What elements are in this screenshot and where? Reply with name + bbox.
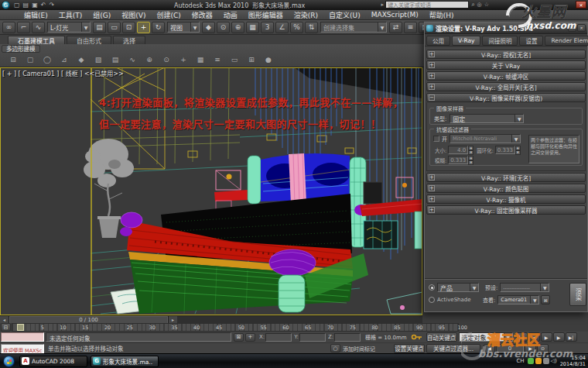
infocenter-search-input[interactable] [385, 1, 469, 9]
ribbon-icon[interactable]: ⊞ [244, 53, 259, 66]
named-selection-sets-dropdown[interactable]: 创建选择集▼ [320, 22, 387, 33]
toolbar-icon[interactable]: ↻ [152, 22, 165, 33]
ribbon-icon[interactable]: ⊿ [56, 53, 72, 66]
transport-button[interactable]: ◀ [528, 332, 540, 342]
expand-icon[interactable]: + [429, 207, 435, 213]
tray-icon[interactable] [528, 358, 534, 364]
y-coordinate-field[interactable] [299, 333, 326, 342]
ribbon-panel-label[interactable]: 多边形建模 [2, 45, 40, 53]
expand-icon[interactable]: + [429, 73, 435, 79]
menu-item[interactable]: 自定义(U) [323, 10, 366, 20]
toolbar-icon[interactable]: ⊕ [231, 22, 244, 33]
x-coordinate-field[interactable] [265, 333, 292, 342]
auto-key-button[interactable]: 自动关键点 [426, 332, 457, 342]
toolbar-icon[interactable]: ▦ [246, 22, 259, 33]
expand-icon[interactable]: + [429, 51, 435, 57]
previous-frame-button[interactable]: ◀ [484, 344, 495, 353]
current-frame-field[interactable]: 0 [496, 344, 524, 353]
selection-set-dropdown[interactable]: 选定对象▼ [459, 332, 513, 342]
menu-item[interactable]: 视图(V) [116, 10, 151, 20]
expand-icon[interactable]: + [429, 84, 435, 90]
rollout-header[interactable]: +V-Ray:: 固定图像采样器 [426, 205, 586, 215]
transport-button[interactable]: |◀ [516, 332, 528, 342]
toolbar-icon[interactable]: ≡ [404, 22, 417, 33]
collapse-icon[interactable]: − [429, 95, 435, 101]
ribbon-icon[interactable]: ● [261, 53, 276, 66]
search-flyout-icon[interactable]: ▸ [381, 2, 385, 8]
transport-button[interactable]: ▶| [566, 332, 577, 342]
toolbar-icon[interactable]: ◆ [202, 22, 215, 33]
dialog-tab[interactable]: Render Elements [545, 36, 588, 46]
quick-access-icon[interactable]: ↶ [41, 2, 46, 9]
toolbar-icon[interactable]: 3 [261, 22, 274, 33]
transport-button[interactable]: ▶ [553, 332, 565, 342]
ribbon-icon[interactable]: ≡ [210, 53, 225, 66]
menu-item[interactable]: MAXScript(M) [366, 10, 424, 20]
quick-access-icon[interactable]: ▤ [23, 2, 29, 9]
window-close-button[interactable]: ✕ [576, 1, 586, 9]
tray-clock[interactable]: 15:04 2014/8/31 [560, 355, 586, 367]
ribbon-icon[interactable]: ⊙ [159, 53, 174, 66]
ribbon-icon[interactable]: ⊕ [142, 53, 157, 66]
dialog-tab[interactable]: V-Ray [452, 36, 480, 46]
rollout-header[interactable]: +关于 VRay [426, 60, 586, 70]
rollout-header[interactable]: +V-Ray:: 帧缓冲区 [426, 71, 586, 81]
tray-icon[interactable] [535, 358, 542, 364]
z-coordinate-field[interactable] [334, 333, 361, 342]
production-radio[interactable] [429, 284, 435, 291]
absolute-offset-toggle-icon[interactable]: + [245, 333, 255, 342]
dialog-tab[interactable]: 公用 [426, 36, 450, 46]
menu-item[interactable]: 帮助(H) [424, 10, 460, 20]
menu-item[interactable]: 组(G) [87, 10, 116, 20]
volume-icon[interactable]: ◁) [551, 358, 557, 364]
viewport-label[interactable]: [ + ] [ Camera01 ] [ 线框 ] <<已禁用>> [2, 69, 124, 77]
dialog-minimize-button[interactable]: — [568, 24, 576, 32]
toolbar-icon[interactable]: ⇄ [389, 22, 402, 33]
rollout-header[interactable]: +V-Ray:: 授权[无名] [426, 50, 586, 59]
taskbar-button-3dsmax[interactable]: G 形象大床场景.ma.. [91, 356, 159, 367]
toolbar-icon[interactable]: ⇅ [305, 22, 318, 33]
communication-center-icon[interactable]: ◎ [477, 2, 482, 8]
filter-size-spinner[interactable]: 4.0▲▼ [448, 146, 473, 154]
macro-recorder-field[interactable] [1, 332, 44, 342]
open-mini-trackview-icon[interactable]: ⊟ [1, 323, 11, 332]
time-tag-icon[interactable]: ○ [330, 344, 340, 353]
menu-item[interactable]: 动画 [218, 10, 243, 20]
ribbon-tab[interactable]: 石墨建模工具 [8, 36, 65, 44]
ribbon-icon[interactable]: ▦ [193, 53, 208, 66]
add-time-tag-label[interactable]: 添加时间标记 [343, 345, 375, 353]
toolbar-icon[interactable]: ▭ [108, 22, 121, 33]
tray-icon[interactable] [543, 358, 549, 364]
transport-button[interactable]: ▶ [541, 332, 552, 342]
toolbar-icon[interactable]: ⌐ [17, 22, 30, 33]
time-ruler[interactable]: 5101520253035404550556065707580859095100 [12, 323, 459, 332]
view-dropdown[interactable]: Camera01▼ [497, 295, 539, 304]
dialog-titlebar[interactable]: 渲染设置: V-Ray Adv 1.50.SP4 — ✕ [425, 22, 587, 34]
sampler-type-dropdown[interactable]: 固定▼ [450, 114, 524, 123]
dialog-tab[interactable]: 间接照明 [482, 36, 518, 46]
favorites-icon[interactable]: ☆ [484, 2, 489, 8]
aa-filter-on-checkbox[interactable] [433, 136, 439, 142]
dialog-tab[interactable]: 设置 [519, 36, 543, 46]
scroll-left-button[interactable]: ◂ [0, 316, 9, 324]
select-and-move-icon[interactable]: + [137, 22, 150, 33]
toolbar-icon[interactable]: ⊙ [217, 22, 230, 33]
ribbon-icon[interactable]: ◆ [74, 53, 89, 66]
taskbar-button-autocad[interactable]: A AutoCAD 2008 [19, 356, 87, 367]
filter-ringing-spinner[interactable]: 0.333▲▼ [495, 146, 521, 154]
filter-blur-spinner[interactable]: 0.333▲▼ [448, 156, 473, 164]
language-indicator[interactable]: CH [516, 358, 524, 364]
ribbon-icon[interactable]: ◯ [39, 53, 55, 66]
rollout-header-expanded[interactable]: −V-Ray:: 图像采样器(反锯齿) [426, 93, 586, 102]
activeshade-radio[interactable] [429, 297, 435, 303]
rollout-header[interactable]: +V-Ray:: 全局开关[无名] [426, 82, 586, 91]
toolbar-icon[interactable]: ∞ [2, 22, 15, 33]
viewport[interactable]: [ + ] [ Camera01 ] [ 线框 ] <<已禁用>> 4:打开渲染… [0, 67, 422, 315]
set-key-button[interactable]: 设置关键点 [394, 344, 425, 353]
production-mode-dropdown[interactable]: 产品▼ [437, 283, 479, 292]
scroll-thumb[interactable]: 0 / 100 [9, 316, 168, 324]
menu-item[interactable]: 创建(C) [151, 10, 186, 20]
toolbar-icon[interactable]: ⊡ [122, 22, 135, 33]
ribbon-icon[interactable]: + [176, 53, 191, 66]
menu-item[interactable]: 图形编辑器 [243, 10, 289, 20]
